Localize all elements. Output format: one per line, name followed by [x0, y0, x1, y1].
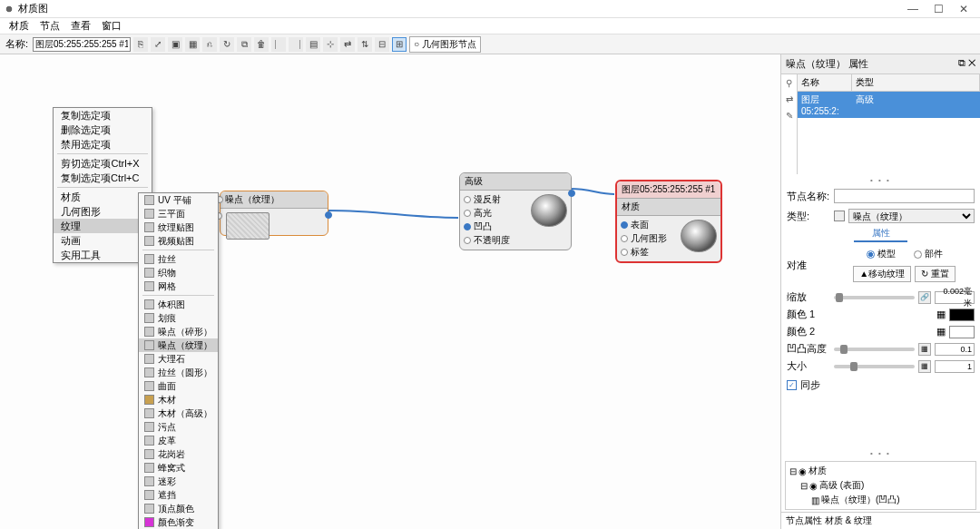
panel-pop-icon[interactable]: ⧉ — [958, 57, 965, 68]
tool-zoom-all-icon[interactable]: ▦ — [185, 37, 200, 52]
port-specular[interactable] — [464, 210, 471, 217]
tab-link-icon[interactable]: ⇄ — [781, 91, 798, 107]
sub-video-map[interactable]: 视频贴图 — [139, 234, 218, 248]
tab-edit-icon[interactable]: ✎ — [781, 107, 798, 123]
panel-close-icon[interactable]: ✕ — [968, 57, 975, 68]
port-bump[interactable] — [464, 223, 471, 230]
name-input[interactable] — [33, 37, 131, 52]
sub-noise-fractal[interactable]: 噪点（碎形） — [139, 325, 218, 338]
collapse-handle[interactable]: • • • — [781, 174, 980, 186]
tool-align-r-icon[interactable]: ⎹ — [289, 37, 303, 52]
menu-node[interactable]: 节点 — [34, 19, 65, 33]
type-select[interactable]: 噪点（纹理） — [848, 209, 975, 223]
close-button[interactable]: ✕ — [951, 3, 976, 15]
port-surface[interactable] — [621, 221, 628, 229]
sub-fabric[interactable]: 织物 — [139, 266, 218, 279]
advanced-port-out[interactable] — [568, 190, 575, 197]
tab-search-icon[interactable]: ⚲ — [781, 74, 798, 91]
port-geometry[interactable] — [621, 235, 628, 242]
sub-surface[interactable]: 曲面 — [139, 379, 218, 393]
sub-wood-adv[interactable]: 木材（高级） — [139, 407, 218, 420]
maximize-button[interactable]: ☐ — [926, 3, 951, 15]
sub-scratch[interactable]: 划痕 — [139, 311, 218, 325]
tree-collapse-icon[interactable]: ⊟ — [789, 466, 797, 476]
size-slider[interactable] — [834, 365, 915, 368]
sub-noise-texture[interactable]: 噪点（纹理） — [139, 338, 218, 352]
material-tree[interactable]: ⊟ ◉ 材质 ⊟ ◉ 高级 (表面) ▥ 噪点（纹理）(凹凸) — [785, 461, 976, 510]
tree-collapse-icon-2[interactable]: ⊟ — [800, 481, 808, 491]
scale-slider[interactable] — [834, 296, 915, 299]
ctx-copy[interactable]: 复制选定项Ctrl+C — [54, 171, 152, 185]
node-advanced[interactable]: 高级 漫反射 高光 凹凸 不透明度 — [459, 172, 572, 250]
node-canvas[interactable]: 噪点（纹理） 高级 漫反射 高光 凹凸 不透明度 — [0, 54, 780, 529]
sub-stain[interactable]: 污点 — [139, 420, 218, 434]
node-noise[interactable]: 噪点（纹理） — [220, 191, 328, 236]
tool-fit-icon[interactable]: ⤢ — [151, 37, 165, 52]
collapse-handle-2[interactable]: • • • — [781, 447, 980, 459]
radio-model[interactable]: 模型 — [867, 248, 896, 260]
sub-brushed[interactable]: 拉丝 — [139, 252, 218, 266]
tool-grid-icon[interactable]: ▤ — [306, 37, 320, 52]
bump-slider[interactable] — [834, 348, 915, 351]
tool-redo-icon[interactable]: ↻ — [220, 37, 234, 52]
color1-swatch[interactable] — [949, 309, 975, 321]
sync-checkbox[interactable]: ✓ — [787, 380, 797, 390]
tool-copy-icon[interactable]: ⧉ — [237, 37, 251, 52]
ctx-duplicate[interactable]: 复制选定项 — [54, 108, 152, 122]
port-out[interactable] — [325, 211, 332, 219]
texture-submenu[interactable]: UV 平铺 三平面 纹理贴图 视频贴图 拉丝 织物 网格 体积图 划痕 噪点（碎… — [138, 192, 219, 529]
sub-gradient[interactable]: 颜色渐变 — [139, 515, 218, 529]
tool-collapse-icon[interactable]: ⊟ — [375, 37, 389, 52]
tool-expand-icon[interactable]: ⊞ — [392, 37, 407, 52]
sub-mesh[interactable]: 网格 — [139, 279, 218, 293]
ctx-cut[interactable]: 剪切选定项Ctrl+X — [54, 156, 152, 171]
sub-vertex-color[interactable]: 顶点颜色 — [139, 502, 218, 515]
bump-value[interactable]: 0.1 — [935, 343, 975, 356]
tool-zoom-sel-icon[interactable]: ▣ — [168, 37, 182, 52]
sub-wood[interactable]: 木材 — [139, 393, 218, 407]
size-value[interactable]: 1 — [935, 360, 975, 373]
search-pill[interactable]: ○ 几何图形节点 — [409, 36, 481, 53]
minimize-button[interactable]: — — [900, 3, 926, 15]
scale-link-icon[interactable]: 🔗 — [918, 291, 931, 304]
tool-layout-v-icon[interactable]: ⇅ — [358, 37, 372, 52]
sub-occlusion[interactable]: 遮挡 — [139, 488, 218, 502]
color2-picker-icon[interactable]: ▦ — [936, 326, 946, 338]
sub-triplanar[interactable]: 三平面 — [139, 207, 218, 220]
sub-camo[interactable]: 迷彩 — [139, 475, 218, 488]
color1-picker-icon[interactable]: ▦ — [936, 309, 946, 320]
tool-undo-icon[interactable]: ⎌ — [202, 37, 217, 52]
reset-button[interactable]: ↻ 重置 — [915, 266, 956, 282]
sub-marble[interactable]: 大理石 — [139, 352, 218, 366]
color2-swatch[interactable] — [949, 326, 975, 338]
port-opacity[interactable] — [464, 237, 471, 244]
bump-icon[interactable]: ▦ — [918, 343, 931, 356]
node-layer[interactable]: 图层05:255:255:255 #1 材质 表面 几何图形 标签 — [615, 180, 722, 263]
sub-brushed-round[interactable]: 拉丝（圆形） — [139, 366, 218, 379]
scale-value[interactable]: 0.002毫米 — [935, 291, 975, 304]
sub-granite[interactable]: 花岗岩 — [139, 447, 218, 461]
sub-uv-tile[interactable]: UV 平铺 — [139, 193, 218, 207]
menu-material[interactable]: 材质 — [4, 19, 34, 33]
radio-part[interactable]: 部件 — [914, 248, 943, 260]
ctx-disable[interactable]: 禁用选定项 — [54, 137, 152, 152]
menu-window[interactable]: 窗口 — [96, 19, 127, 33]
port-tag[interactable] — [621, 249, 628, 256]
list-row-selected[interactable]: 图层05:255:2: 高级 — [798, 92, 980, 118]
ctx-delete[interactable]: 删除选定项 — [54, 122, 152, 137]
sub-volume[interactable]: 体积图 — [139, 298, 218, 311]
tool-layout-h-icon[interactable]: ⇄ — [340, 37, 355, 52]
tool-delete-icon[interactable]: 🗑 — [254, 37, 269, 52]
size-icon[interactable]: ▦ — [918, 360, 931, 373]
menu-view[interactable]: 查看 — [65, 19, 96, 33]
tab-attributes[interactable]: 属性 — [854, 226, 907, 242]
tool-save-icon[interactable]: ⎘ — [133, 37, 148, 52]
tool-align-l-icon[interactable]: ⎸ — [271, 37, 286, 52]
sub-leather[interactable]: 皮革 — [139, 434, 218, 447]
move-texture-button[interactable]: ▲移动纹理 — [853, 266, 911, 282]
port-diffuse[interactable] — [464, 196, 471, 203]
sub-texture-map[interactable]: 纹理贴图 — [139, 220, 218, 234]
sub-honeycomb[interactable]: 蜂窝式 — [139, 461, 218, 475]
tool-snap-icon[interactable]: ⊹ — [323, 37, 338, 52]
node-name-input[interactable] — [834, 189, 975, 203]
